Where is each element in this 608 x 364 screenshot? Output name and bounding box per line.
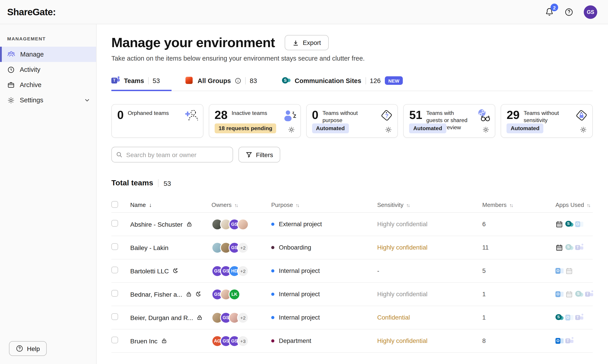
stat-value: 0 <box>117 109 124 121</box>
stat-label: Inactive teams <box>231 110 267 121</box>
row-checkbox[interactable] <box>111 337 118 343</box>
stat-label: Orphaned teams <box>128 110 169 121</box>
purpose-cell: External project <box>271 221 377 228</box>
teams-icon: T <box>575 313 583 322</box>
main-content: Manage your environment Export Take acti… <box>96 24 608 364</box>
teams-icon: T <box>565 337 573 345</box>
sharepoint-icon: S <box>282 76 291 85</box>
automated-badge: Automated <box>409 123 446 133</box>
table-row[interactable]: Bailey - LakinGS+2OnboardingHighly confi… <box>111 236 593 260</box>
select-all-checkbox[interactable] <box>111 201 118 208</box>
stat-card-teams-without-purpose[interactable]: 0 Teams without purpose ? Automated <box>306 104 398 138</box>
row-checkbox[interactable] <box>111 313 118 320</box>
help-icon-button[interactable] <box>564 7 573 16</box>
gear-icon[interactable] <box>288 126 295 133</box>
column-header-owners[interactable]: Owners ↑↓ <box>211 202 271 208</box>
sidebar-item-activity[interactable]: Activity <box>0 62 96 77</box>
stat-label: Teams without purpose <box>322 110 366 124</box>
team-name: Bednar, Fisher a... <box>130 291 182 298</box>
outlook-icon: O <box>555 337 564 345</box>
sidebar: MANAGEMENT Manage Activity <box>0 24 96 364</box>
export-button[interactable]: Export <box>285 35 329 50</box>
tab-count: 126 <box>370 77 381 84</box>
stat-value: 28 <box>215 109 228 121</box>
row-checkbox[interactable] <box>111 290 118 297</box>
search-box <box>111 147 233 162</box>
gear-icon[interactable] <box>580 126 587 133</box>
divider <box>158 179 159 187</box>
stat-card-orphaned-teams[interactable]: 0 Orphaned teams <box>111 104 203 138</box>
apps-used-cell: OST <box>555 290 593 298</box>
sidebar-item-settings[interactable]: Settings <box>0 92 96 108</box>
purpose-label: External project <box>279 221 322 228</box>
sidebar-item-archive[interactable]: Archive <box>0 77 96 92</box>
column-header-name[interactable]: Name ↓ <box>130 202 211 208</box>
sort-icon: ↑↓ <box>406 202 409 208</box>
help-button[interactable]: Help <box>9 341 47 356</box>
owners-overflow: +3 <box>237 335 249 347</box>
sharepoint-icon: S <box>565 220 573 228</box>
owners-cell: AGGSGS+3 <box>211 335 271 347</box>
column-label: Name <box>130 202 146 208</box>
sidebar-item-manage[interactable]: Manage <box>0 47 96 62</box>
owners-cell: GS+2 <box>211 312 271 323</box>
teams-icon: T <box>111 76 120 85</box>
purpose-cell: Onboarding <box>271 244 377 251</box>
column-header-apps-used[interactable]: Apps Used ↑↓ <box>555 202 593 208</box>
tab-all-groups[interactable]: All Groups 83 <box>185 76 269 91</box>
question-icon <box>16 345 23 352</box>
tab-bar: T Teams 53 All Groups 83 S Communication… <box>111 76 593 91</box>
automated-badge: Automated <box>312 123 349 133</box>
tab-teams[interactable]: T Teams 53 <box>111 76 172 91</box>
tab-count: 83 <box>250 77 257 84</box>
column-label: Apps Used <box>555 202 584 208</box>
owners-cell: GSLK <box>211 288 271 300</box>
stat-card-inactive-teams[interactable]: 28 Inactive teams z Z 18 requests pendin… <box>209 104 301 138</box>
gear-icon[interactable] <box>385 126 392 133</box>
people-icon <box>7 50 15 58</box>
sharepoint-icon: S <box>575 290 583 298</box>
stat-card-guests-shared-links[interactable]: 51 Teams with guests or shared links to … <box>403 104 496 138</box>
new-badge: NEW <box>385 76 403 85</box>
table-row[interactable]: Abshire - SchusterGSExternal projectHigh… <box>111 213 593 236</box>
owners-cell: GS+2 <box>211 242 271 253</box>
purpose-dot <box>271 269 274 273</box>
purpose-dot <box>271 339 274 342</box>
table-row[interactable]: Bruen IncAGGSGS+3DepartmentHighly confid… <box>111 329 593 353</box>
pending-requests-badge: 18 requests pending <box>215 123 276 133</box>
column-header-members[interactable]: Members ↑↓ <box>482 202 555 208</box>
table-body: Abshire - SchusterGSExternal projectHigh… <box>111 213 593 353</box>
info-icon[interactable] <box>235 78 241 84</box>
owners-overflow: +2 <box>237 242 249 253</box>
column-header-purpose[interactable]: Purpose ↑↓ <box>271 202 377 208</box>
search-input[interactable] <box>111 147 233 162</box>
members-count: 5 <box>482 268 555 274</box>
sidebar-item-label: Settings <box>20 96 43 104</box>
owner-avatar: LK <box>229 288 240 300</box>
row-checkbox[interactable] <box>111 220 118 227</box>
notifications-button[interactable]: 2 <box>545 7 554 17</box>
purpose-cell: Department <box>271 338 377 344</box>
outlook-icon: O <box>555 267 564 275</box>
row-checkbox[interactable] <box>111 243 118 250</box>
gear-icon[interactable] <box>482 126 489 133</box>
table-row[interactable]: Bartoletti LLCGSGSHD+2Internal project-5… <box>111 260 593 283</box>
table-row[interactable]: Beier, Durgan and R...GS+2Internal proje… <box>111 306 593 329</box>
table-total-count: 53 <box>163 179 171 187</box>
snooze-icon <box>195 291 201 297</box>
column-header-sensitivity[interactable]: Sensitivity ↑↓ <box>377 202 482 208</box>
lock-icon <box>186 291 192 297</box>
user-avatar[interactable]: GS <box>584 5 597 19</box>
row-checkbox[interactable] <box>111 267 118 273</box>
app-window: ShareGate: 2 <box>0 0 608 364</box>
stat-card-teams-without-sensitivity[interactable]: 29 Teams without sensitivity Automated <box>501 104 593 138</box>
purpose-dot <box>271 293 274 296</box>
tab-communication-sites[interactable]: S Communication Sites 126 NEW <box>282 76 415 91</box>
sidebar-nav: Manage Activity Archive <box>0 47 96 108</box>
filters-button[interactable]: Filters <box>238 147 280 162</box>
svg-text:Z: Z <box>293 113 296 119</box>
tab-count: 53 <box>153 77 160 84</box>
svg-text:?: ? <box>385 113 389 119</box>
owners-overflow: +2 <box>237 312 249 323</box>
table-row[interactable]: Bednar, Fisher a...GSLKInternal projectH… <box>111 283 593 306</box>
